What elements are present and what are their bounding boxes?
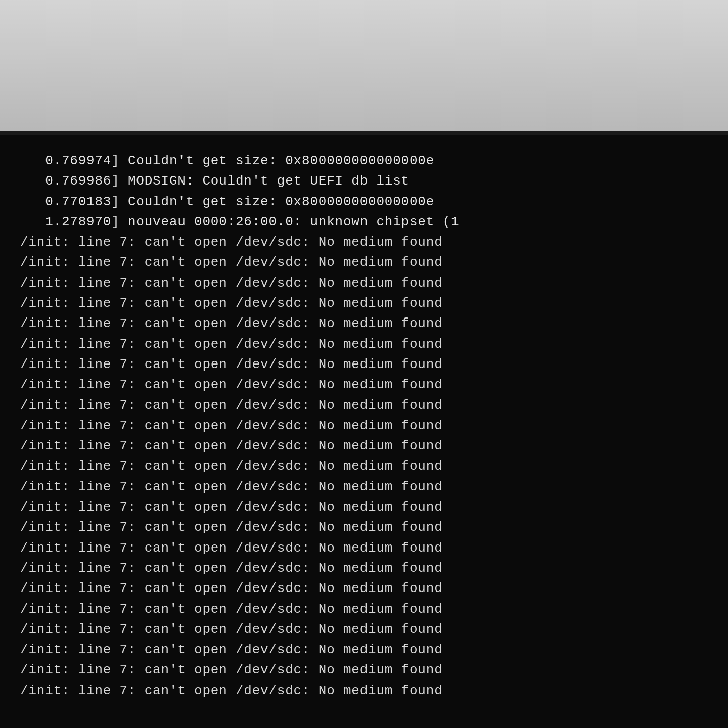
- init-error-line: /init: line 7: can't open /dev/sdc: No m…: [20, 619, 708, 640]
- monitor-top-bezel: [0, 0, 728, 131]
- init-error-line: /init: line 7: can't open /dev/sdc: No m…: [20, 416, 708, 436]
- init-error-line: /init: line 7: can't open /dev/sdc: No m…: [20, 538, 708, 558]
- init-error-line: /init: line 7: can't open /dev/sdc: No m…: [20, 232, 708, 252]
- init-error-line: /init: line 7: can't open /dev/sdc: No m…: [20, 395, 708, 416]
- kernel-log-line: 0.770183] Couldn't get size: 0x800000000…: [20, 192, 708, 212]
- kernel-log-line: 1.278970] nouveau 0000:26:00.0: unknown …: [20, 212, 708, 232]
- monitor-frame: 0.769974] Couldn't get size: 0x800000000…: [0, 131, 728, 728]
- init-error-line: /init: line 7: can't open /dev/sdc: No m…: [20, 334, 708, 354]
- init-error-line: /init: line 7: can't open /dev/sdc: No m…: [20, 578, 708, 599]
- init-error-line: /init: line 7: can't open /dev/sdc: No m…: [20, 436, 708, 456]
- init-error-line: /init: line 7: can't open /dev/sdc: No m…: [20, 273, 708, 293]
- init-error-line: /init: line 7: can't open /dev/sdc: No m…: [20, 517, 708, 537]
- terminal-screen: 0.769974] Couldn't get size: 0x800000000…: [0, 135, 728, 728]
- init-error-line: /init: line 7: can't open /dev/sdc: No m…: [20, 497, 708, 517]
- kernel-log-line: 0.769974] Couldn't get size: 0x800000000…: [20, 151, 708, 171]
- init-error-line: /init: line 7: can't open /dev/sdc: No m…: [20, 599, 708, 619]
- init-error-line: /init: line 7: can't open /dev/sdc: No m…: [20, 354, 708, 375]
- init-error-line: /init: line 7: can't open /dev/sdc: No m…: [20, 375, 708, 395]
- init-error-line: /init: line 7: can't open /dev/sdc: No m…: [20, 558, 708, 578]
- init-error-line: /init: line 7: can't open /dev/sdc: No m…: [20, 477, 708, 497]
- init-error-line: /init: line 7: can't open /dev/sdc: No m…: [20, 660, 708, 680]
- init-error-line: /init: line 7: can't open /dev/sdc: No m…: [20, 313, 708, 334]
- kernel-log-line: 0.769986] MODSIGN: Couldn't get UEFI db …: [20, 171, 708, 191]
- init-error-line: /init: line 7: can't open /dev/sdc: No m…: [20, 640, 708, 660]
- init-error-line: /init: line 7: can't open /dev/sdc: No m…: [20, 293, 708, 313]
- init-error-line: /init: line 7: can't open /dev/sdc: No m…: [20, 680, 708, 701]
- init-error-line: /init: line 7: can't open /dev/sdc: No m…: [20, 456, 708, 476]
- init-error-line: /init: line 7: can't open /dev/sdc: No m…: [20, 252, 708, 272]
